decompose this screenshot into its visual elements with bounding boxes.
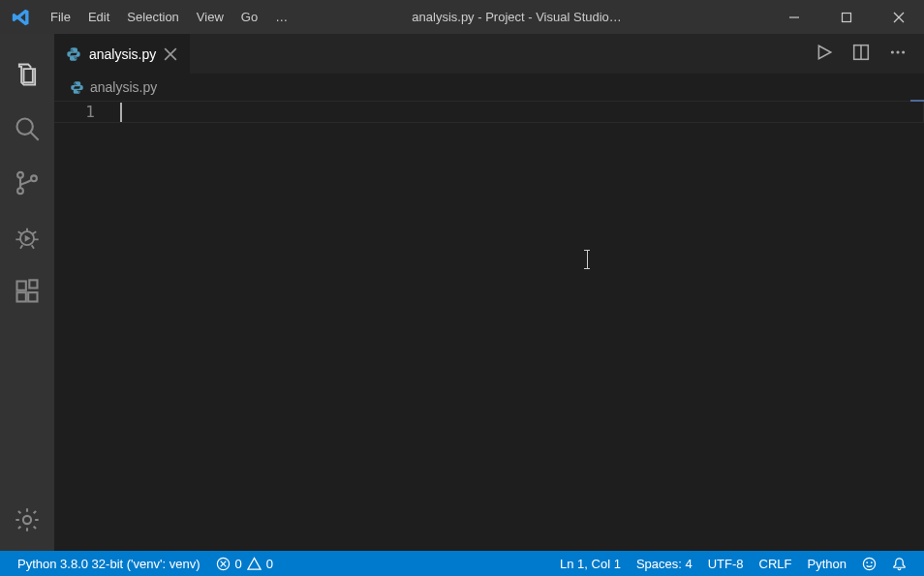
svg-rect-13 bbox=[28, 292, 37, 301]
svg-point-4 bbox=[17, 119, 33, 135]
svg-rect-14 bbox=[29, 280, 37, 288]
editor-content[interactable] bbox=[120, 100, 924, 551]
main-area: analysis.py analys bbox=[0, 34, 924, 551]
svg-marker-10 bbox=[25, 235, 31, 242]
svg-point-29 bbox=[866, 561, 868, 563]
code-editor[interactable]: 1 bbox=[54, 100, 924, 551]
tab-bar: analysis.py bbox=[54, 34, 924, 75]
activity-bar bbox=[0, 34, 54, 551]
close-button[interactable] bbox=[881, 4, 916, 31]
menu-go[interactable]: Go bbox=[233, 6, 265, 28]
search-icon[interactable] bbox=[0, 102, 54, 156]
warning-icon bbox=[247, 557, 262, 571]
menu-edit[interactable]: Edit bbox=[80, 6, 117, 28]
svg-rect-12 bbox=[17, 292, 26, 301]
editor-group: analysis.py analys bbox=[54, 34, 924, 551]
svg-marker-18 bbox=[818, 45, 830, 59]
menu-more[interactable]: … bbox=[267, 6, 295, 28]
main-menu: File Edit Selection View Go … bbox=[43, 6, 295, 28]
status-bell-icon[interactable] bbox=[884, 557, 914, 571]
svg-point-23 bbox=[902, 50, 905, 53]
status-problems[interactable]: 0 0 bbox=[208, 557, 281, 571]
extensions-icon[interactable] bbox=[0, 264, 54, 318]
status-python-env[interactable]: Python 3.8.0 32-bit ('venv': venv) bbox=[10, 557, 208, 571]
settings-gear-icon[interactable] bbox=[0, 493, 54, 547]
run-icon[interactable] bbox=[816, 44, 833, 64]
python-file-icon bbox=[70, 80, 84, 95]
python-file-icon bbox=[66, 46, 81, 62]
svg-marker-27 bbox=[248, 558, 261, 569]
status-warning-count: 0 bbox=[266, 557, 273, 571]
svg-point-30 bbox=[871, 561, 873, 563]
svg-point-22 bbox=[896, 50, 899, 53]
maximize-button[interactable] bbox=[829, 4, 864, 31]
svg-rect-1 bbox=[843, 13, 851, 21]
svg-point-6 bbox=[17, 172, 23, 178]
status-eol[interactable]: CRLF bbox=[752, 557, 800, 571]
status-feedback-icon[interactable] bbox=[854, 557, 884, 571]
menu-selection[interactable]: Selection bbox=[119, 6, 186, 28]
line-gutter: 1 bbox=[54, 100, 120, 551]
svg-point-28 bbox=[863, 558, 875, 569]
explorer-icon[interactable] bbox=[0, 47, 54, 102]
status-indent[interactable]: Spaces: 4 bbox=[629, 557, 700, 571]
svg-rect-11 bbox=[17, 282, 26, 290]
svg-point-15 bbox=[23, 516, 31, 524]
tab-close-icon[interactable] bbox=[164, 47, 177, 61]
status-encoding[interactable]: UTF-8 bbox=[700, 557, 752, 571]
debug-icon[interactable] bbox=[0, 210, 54, 264]
split-editor-icon[interactable] bbox=[852, 44, 870, 64]
minimize-button[interactable] bbox=[777, 4, 812, 31]
editor-actions bbox=[816, 34, 924, 74]
svg-point-7 bbox=[17, 188, 23, 194]
status-language[interactable]: Python bbox=[800, 557, 854, 571]
menu-file[interactable]: File bbox=[43, 6, 78, 28]
svg-line-5 bbox=[31, 133, 39, 140]
title-bar: File Edit Selection View Go … analysis.p… bbox=[0, 0, 924, 34]
breadcrumb[interactable]: analysis.py bbox=[54, 75, 924, 100]
menu-view[interactable]: View bbox=[189, 6, 231, 28]
window-title: analysis.py - Project - Visual Studio… bbox=[295, 10, 777, 24]
status-cursor-position[interactable]: Ln 1, Col 1 bbox=[552, 557, 629, 571]
text-cursor bbox=[120, 103, 122, 122]
svg-point-8 bbox=[31, 175, 37, 181]
status-bar: Python 3.8.0 32-bit ('venv': venv) 0 0 L… bbox=[0, 551, 924, 576]
tab-file-label: analysis.py bbox=[89, 46, 156, 62]
svg-point-21 bbox=[891, 50, 894, 53]
mouse-caret-icon bbox=[587, 251, 588, 268]
minimap-indicator bbox=[910, 100, 924, 113]
vscode-icon bbox=[12, 8, 31, 27]
error-icon bbox=[216, 557, 231, 571]
more-actions-icon[interactable] bbox=[889, 44, 907, 64]
status-error-count: 0 bbox=[235, 557, 242, 571]
source-control-icon[interactable] bbox=[0, 156, 54, 210]
tab-analysis-py[interactable]: analysis.py bbox=[54, 34, 190, 74]
breadcrumb-file-label: analysis.py bbox=[90, 79, 157, 95]
window-controls bbox=[777, 4, 916, 31]
